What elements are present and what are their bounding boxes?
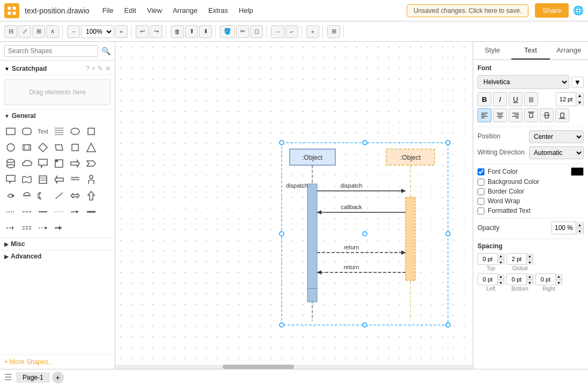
underline-button[interactable]: U: [509, 92, 523, 106]
redo-button[interactable]: ↪: [150, 25, 163, 38]
globe-icon[interactable]: 🌐: [573, 5, 584, 16]
shape-half-circle[interactable]: [19, 188, 34, 203]
spacing-global-up[interactable]: ▲: [526, 253, 533, 259]
tab-arrange[interactable]: Arrange: [550, 42, 588, 60]
valign-middle-button[interactable]: [540, 108, 554, 122]
shape-circle[interactable]: [3, 140, 18, 155]
shadow-button[interactable]: ◻: [250, 25, 263, 38]
scratchpad-add-icon[interactable]: +: [92, 65, 95, 72]
font-size-down-button[interactable]: ▼: [576, 99, 583, 106]
menu-arrange[interactable]: Arrange: [171, 5, 200, 16]
shape-rounded-rectangle[interactable]: [19, 124, 34, 139]
font-size-up-button[interactable]: ▲: [576, 92, 583, 99]
shape-callout2[interactable]: [3, 172, 18, 187]
formatted-text-checkbox[interactable]: [477, 208, 484, 214]
opacity-input[interactable]: [552, 224, 576, 232]
spacing-right-up[interactable]: ▲: [555, 273, 562, 279]
shape-db[interactable]: [35, 172, 50, 187]
scratchpad-close-icon[interactable]: ✕: [105, 65, 111, 72]
shape-square2[interactable]: [68, 140, 83, 155]
shape-text[interactable]: Text: [35, 124, 50, 139]
spacing-left-input[interactable]: [478, 276, 497, 283]
spacing-bottom-input[interactable]: [507, 276, 526, 283]
tab-style[interactable]: Style: [473, 42, 511, 60]
menu-view[interactable]: View: [145, 5, 164, 16]
shape-line-arrow2[interactable]: [35, 220, 50, 235]
spacing-right-input[interactable]: [536, 276, 555, 283]
connection-style-button[interactable]: →: [271, 25, 284, 38]
spacing-global-down[interactable]: ▼: [526, 259, 533, 265]
misc-section-header[interactable]: ▶ Misc: [0, 238, 115, 250]
shape-double-arrow[interactable]: [68, 188, 83, 203]
spacing-bottom-up[interactable]: ▲: [526, 273, 533, 279]
table-button[interactable]: ⊞: [327, 25, 340, 38]
shape-diamond[interactable]: [35, 140, 50, 155]
format-button[interactable]: ⊞: [32, 25, 45, 38]
line-color-button[interactable]: ✏: [236, 25, 249, 38]
font-color-swatch[interactable]: [571, 167, 584, 176]
general-section-header[interactable]: ▼ General: [0, 110, 115, 122]
shape-person[interactable]: [84, 172, 99, 187]
canvas-scrollbar[interactable]: [115, 365, 473, 369]
shape-arrow-line[interactable]: [68, 204, 83, 219]
spacing-top-up[interactable]: ▲: [497, 253, 504, 259]
canvas-area[interactable]: :Object :Object dispatch dispatch: [115, 42, 473, 369]
font-dropdown-button[interactable]: ▼: [571, 77, 584, 88]
font-color-checkbox[interactable]: [477, 168, 484, 175]
word-wrap-checkbox[interactable]: [477, 198, 484, 205]
shape-fat-arrow[interactable]: [52, 220, 67, 235]
scratchpad-edit-icon[interactable]: ✎: [98, 65, 103, 72]
spacing-global-input[interactable]: [507, 256, 526, 262]
search-input[interactable]: [4, 45, 98, 57]
spacing-left-up[interactable]: ▲: [497, 273, 504, 279]
opacity-down-button[interactable]: ▼: [576, 228, 583, 234]
add-page-button[interactable]: +: [52, 372, 64, 383]
shape-arrow-right[interactable]: [68, 156, 83, 171]
zoom-select[interactable]: 100% 75% 50% 150%: [81, 25, 114, 38]
undo-button[interactable]: ↩: [136, 25, 149, 38]
shape-solid-line[interactable]: [35, 204, 50, 219]
bold-button[interactable]: B: [477, 92, 491, 106]
shape-lines[interactable]: [52, 124, 67, 139]
opacity-up-button[interactable]: ▲: [576, 221, 583, 228]
shape-thick-line[interactable]: [84, 204, 99, 219]
menu-help[interactable]: Help: [237, 5, 255, 16]
shape-parallelogram[interactable]: [52, 140, 67, 155]
shape-line-dots[interactable]: [52, 204, 67, 219]
shape-moon[interactable]: [35, 188, 50, 203]
spacing-top-input[interactable]: [478, 256, 497, 262]
share-button[interactable]: Share: [535, 3, 569, 18]
insert-button[interactable]: +: [306, 25, 319, 38]
font-family-select[interactable]: Helvetica Arial Times New Roman: [477, 75, 569, 89]
advanced-section-header[interactable]: ▶ Advanced: [0, 250, 115, 262]
align-right-button[interactable]: [509, 108, 523, 122]
position-select[interactable]: Center Left Right: [529, 130, 584, 143]
to-back-button[interactable]: ⬇: [199, 25, 212, 38]
shape-arrow-up[interactable]: [84, 188, 99, 203]
waypoint-button[interactable]: ⌐: [285, 25, 298, 38]
background-color-checkbox[interactable]: [477, 179, 484, 186]
shape-dashed-line[interactable]: [19, 204, 34, 219]
menu-edit[interactable]: Edit: [122, 5, 138, 16]
zoom-in-button[interactable]: +: [115, 25, 128, 38]
shape-process[interactable]: [19, 140, 34, 155]
unsaved-changes-button[interactable]: Unsaved changes. Click here to save.: [407, 4, 528, 17]
menu-extras[interactable]: Extras: [206, 5, 230, 16]
spacing-top-down[interactable]: ▼: [497, 259, 504, 265]
fill-color-button[interactable]: 🪣: [220, 25, 235, 38]
spacing-bottom-down[interactable]: ▼: [526, 279, 533, 285]
valign-top-button[interactable]: [524, 108, 538, 122]
spacing-right-down[interactable]: ▼: [555, 279, 562, 285]
more-shapes-button[interactable]: + More Shapes...: [0, 354, 115, 369]
page-tab[interactable]: Page-1: [16, 372, 50, 383]
valign-bottom-button[interactable]: [555, 108, 569, 122]
menu-file[interactable]: File: [100, 5, 116, 16]
bottom-menu-button[interactable]: ☰: [4, 372, 12, 382]
align-left-button[interactable]: [477, 108, 491, 122]
italic-button[interactable]: I: [493, 92, 507, 106]
scratchpad-help-icon[interactable]: ?: [86, 65, 90, 72]
strikethrough-button[interactable]: |||: [524, 92, 538, 106]
sidebar-toggle-button[interactable]: ⊟: [4, 25, 17, 38]
writing-direction-select[interactable]: Automatic Left to Right Right to Left: [529, 146, 584, 159]
shape-triangle[interactable]: [84, 140, 99, 155]
